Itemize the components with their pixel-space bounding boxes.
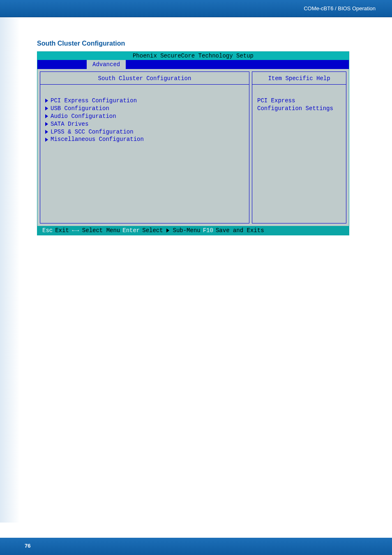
enter-key-label: Enter	[122, 227, 140, 234]
submenu-label: SATA Drives	[51, 120, 88, 128]
submenu-label: USB Configuration	[51, 105, 109, 113]
submenu-pci-express[interactable]: PCI Express Configuration	[45, 97, 246, 105]
f10-key-label: F10	[203, 227, 213, 234]
left-panel-title: South Cluster Configuration	[40, 72, 249, 85]
chevron-right-icon	[45, 130, 48, 134]
page-header: COMe-cBT6 / BIOS Operation	[0, 0, 392, 17]
select-menu-label: Select Menu	[82, 227, 120, 234]
esc-key-label: Esc	[42, 227, 53, 234]
submenu-label: PCI Express Configuration	[51, 97, 137, 105]
chevron-right-icon	[166, 228, 169, 233]
page-content: South Cluster Configuration Phoenix Secu…	[0, 17, 392, 235]
chevron-right-icon	[45, 106, 48, 111]
breadcrumb: COMe-cBT6 / BIOS Operation	[304, 5, 376, 12]
bios-right-panel: Item Specific Help PCI Express Configura…	[252, 71, 346, 223]
help-text-line: Configuration Settings	[257, 105, 343, 113]
chevron-right-icon	[45, 114, 48, 118]
tab-advanced[interactable]: Advanced	[87, 60, 126, 69]
bios-left-panel: South Cluster Configuration PCI Express …	[40, 71, 249, 223]
chevron-right-icon	[45, 122, 48, 126]
submenu-label: Audio Configuration	[51, 113, 116, 120]
submenu-label: LPSS & SCC Configuration	[51, 128, 134, 136]
save-exits-label: Save and Exits	[216, 227, 264, 234]
left-right-arrow-icon: ←→	[71, 227, 80, 234]
submenu-sata[interactable]: SATA Drives	[45, 120, 246, 128]
help-text-line: PCI Express	[257, 97, 343, 105]
menu-spacer	[37, 60, 87, 69]
chevron-right-icon	[45, 99, 48, 103]
section-title: South Cluster Configuration	[37, 40, 355, 47]
right-panel-title: Item Specific Help	[252, 72, 346, 85]
submenu-misc[interactable]: Miscellaneous Configuration	[45, 136, 246, 143]
page-footer: 76	[0, 538, 392, 555]
submenu-audio[interactable]: Audio Configuration	[45, 113, 246, 120]
left-panel-content: PCI Express Configuration USB Configurat…	[40, 85, 249, 147]
page-number: 76	[25, 543, 30, 549]
select-submenu-label: Select Sub-Menu	[142, 227, 200, 234]
exit-label: Exit	[55, 227, 69, 234]
bios-footer: Esc Exit ←→ Select Menu Enter Select Sub…	[37, 226, 349, 235]
bios-menu-bar: Advanced	[37, 60, 349, 69]
bios-body: South Cluster Configuration PCI Express …	[37, 69, 349, 226]
submenu-usb[interactable]: USB Configuration	[45, 105, 246, 113]
left-margin-gradient	[0, 17, 20, 523]
right-panel-content: PCI Express Configuration Settings	[252, 85, 346, 116]
chevron-right-icon	[45, 138, 48, 142]
submenu-lpss-scc[interactable]: LPSS & SCC Configuration	[45, 128, 246, 136]
bios-title-bar: Phoenix SecureCore Technology Setup	[37, 52, 349, 60]
submenu-label: Miscellaneous Configuration	[51, 136, 144, 143]
bios-screenshot: Phoenix SecureCore Technology Setup Adva…	[37, 51, 349, 235]
